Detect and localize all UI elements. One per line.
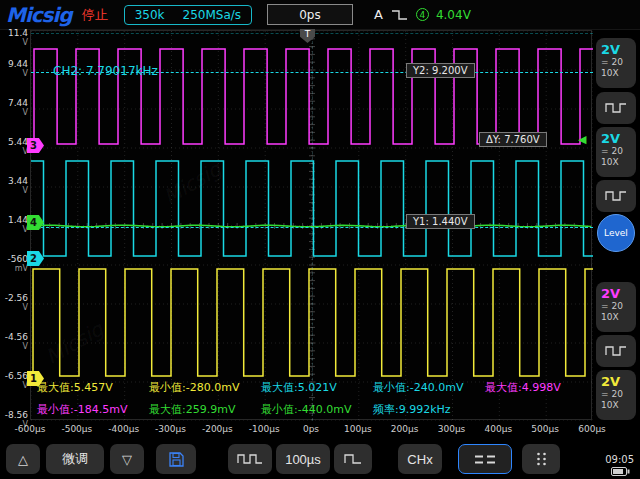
vertical-scale: 2V bbox=[601, 286, 631, 301]
trigger-source: A bbox=[374, 7, 383, 22]
time-label: -400µs bbox=[108, 424, 139, 434]
time-label: -600µs bbox=[15, 424, 46, 434]
channel-settings-box[interactable]: 2V= 2010X bbox=[596, 282, 636, 332]
coupling-bandwidth: = 20 bbox=[601, 146, 631, 157]
voltage-label: 1.44V bbox=[0, 216, 28, 234]
voltage-label: -4.56V bbox=[0, 333, 28, 351]
square-wave-icon bbox=[605, 101, 627, 115]
time-label: 300µs bbox=[438, 424, 466, 434]
bottom-toolbar: △ 微调 ▽ 100µs CHx bbox=[0, 440, 640, 479]
dashes-icon bbox=[473, 453, 497, 466]
vertical-scale: 2V bbox=[601, 42, 631, 57]
time-label: -500µs bbox=[61, 424, 92, 434]
cursor-y2-label[interactable]: Y2: 9.200V bbox=[406, 63, 475, 78]
falling-edge-icon bbox=[390, 8, 409, 22]
voltage-label: -2.56V bbox=[0, 294, 28, 312]
square-wave-icon bbox=[605, 344, 627, 358]
time-label: 500µs bbox=[531, 424, 559, 434]
voltage-label: 11.4V bbox=[0, 29, 28, 47]
measurement-value: 最小值:-280.0mV bbox=[149, 380, 261, 395]
clock: 09:05 bbox=[605, 454, 634, 465]
time-label: -200µs bbox=[202, 424, 233, 434]
coupling-bandwidth: = 20 bbox=[601, 389, 631, 400]
probe-ratio: 10X bbox=[601, 157, 631, 168]
voltage-label: -560mV bbox=[0, 255, 28, 273]
up-triangle-icon: △ bbox=[18, 452, 28, 467]
channel-select-button[interactable]: CHx bbox=[398, 444, 442, 474]
time-label: 600µs bbox=[578, 424, 606, 434]
measurement-value: 最小值:-184.5mV bbox=[37, 402, 149, 417]
battery-icon bbox=[611, 467, 630, 476]
memory-depth: 350k bbox=[135, 8, 165, 22]
voltage-label: -6.56V bbox=[0, 372, 28, 390]
trigger-level-value: 4.04V bbox=[436, 8, 471, 22]
measurement-value: 最大值:5.457V bbox=[37, 380, 149, 395]
time-label: 100µs bbox=[344, 424, 372, 434]
probe-ratio: 10X bbox=[601, 400, 631, 411]
measurement-value: 最大值:5.021V bbox=[261, 380, 373, 395]
waveform-type-button[interactable] bbox=[228, 444, 272, 474]
more-options-button[interactable] bbox=[522, 444, 560, 474]
time-label: 0ps bbox=[303, 424, 319, 434]
channel-settings-box[interactable]: 2V= 2010X bbox=[596, 370, 636, 420]
cursor-y1-line[interactable] bbox=[31, 227, 593, 228]
vertical-dots-icon bbox=[535, 451, 548, 467]
cursor-y1-label[interactable]: Y1: 1.440V bbox=[406, 214, 475, 229]
waveform-display[interactable]: Micsig Micsig CH2: 7.79017kHz Y2: 9.200V… bbox=[30, 30, 592, 420]
fine-tune-button[interactable]: 微调 bbox=[46, 444, 104, 474]
horizontal-offset-box[interactable]: 0ps bbox=[267, 4, 353, 25]
time-label: 400µs bbox=[485, 424, 513, 434]
brand-logo: Micsig bbox=[6, 3, 72, 27]
trigger-channel-badge: 4 bbox=[416, 8, 429, 21]
save-button[interactable] bbox=[156, 444, 196, 474]
timebase-value: 100µs bbox=[285, 452, 321, 467]
freq-counter: CH2: 7.79017kHz bbox=[53, 64, 158, 78]
voltage-label: 3.44V bbox=[0, 177, 28, 195]
sample-rate: 250MSa/s bbox=[183, 8, 242, 22]
square-wave-icon bbox=[605, 189, 627, 203]
nav-down-button[interactable]: ▽ bbox=[110, 444, 144, 474]
coupling-bandwidth: = 20 bbox=[601, 57, 631, 68]
measurement-value: 频率:9.992kHz bbox=[373, 402, 485, 417]
fine-tune-label: 微调 bbox=[62, 450, 88, 468]
vertical-scale: 2V bbox=[601, 374, 631, 389]
channel-settings-box[interactable]: 2V= 2010X bbox=[596, 38, 636, 88]
run-stop-status[interactable]: 停止 bbox=[82, 6, 108, 24]
oscilloscope-app: Micsig 停止 350k 250MSa/s 0ps A 4 4.04V T … bbox=[0, 0, 640, 479]
pulse-button[interactable] bbox=[334, 444, 372, 474]
cursor-dy-label: ΔY: 7.760V bbox=[479, 132, 547, 147]
trigger-position-line bbox=[312, 31, 313, 421]
chx-label: CHx bbox=[407, 452, 432, 467]
waveform-shortcut-box[interactable] bbox=[596, 180, 636, 212]
trigger-level-arrow[interactable]: ◀ bbox=[578, 134, 586, 145]
channel-settings-box[interactable]: 2V= 2010X bbox=[596, 127, 636, 177]
time-label: -300µs bbox=[155, 424, 186, 434]
probe-ratio: 10X bbox=[601, 312, 631, 323]
measurement-value: 最大值:259.9mV bbox=[149, 402, 261, 417]
menu-dashes-button[interactable] bbox=[458, 444, 512, 474]
waveform-shortcut-box[interactable] bbox=[596, 335, 636, 367]
measurements-row-2: 最小值:-184.5mV最大值:259.9mV最小值:-440.0mV频率:9.… bbox=[37, 402, 485, 417]
level-button[interactable]: Level bbox=[597, 214, 635, 252]
voltage-label: 5.44V bbox=[0, 138, 28, 156]
coupling-bandwidth: = 20 bbox=[601, 301, 631, 312]
top-bar: Micsig 停止 350k 250MSa/s 0ps A 4 4.04V bbox=[0, 0, 640, 30]
measurement-value: 最小值:-240.0mV bbox=[373, 380, 485, 395]
vertical-scale: 2V bbox=[601, 131, 631, 146]
down-triangle-icon: ▽ bbox=[122, 452, 132, 467]
measurement-value: 最大值:4.998V bbox=[485, 380, 597, 395]
horizontal-offset-value: 0ps bbox=[299, 8, 321, 22]
nav-up-button[interactable]: △ bbox=[6, 444, 40, 474]
voltage-label: 7.44V bbox=[0, 99, 28, 117]
measurements-row-1: 最大值:5.457V最小值:-280.0mV最大值:5.021V最小值:-240… bbox=[37, 380, 597, 395]
measurement-value: 最小值:-440.0mV bbox=[261, 402, 373, 417]
time-label: -100µs bbox=[249, 424, 280, 434]
waveform-shortcut-box[interactable] bbox=[596, 92, 636, 124]
acquisition-box[interactable]: 350k 250MSa/s bbox=[124, 5, 252, 25]
voltage-label: 9.44V bbox=[0, 60, 28, 78]
probe-ratio: 10X bbox=[601, 68, 631, 79]
time-label: 200µs bbox=[391, 424, 419, 434]
trigger-info[interactable]: A 4 4.04V bbox=[374, 7, 471, 22]
timebase-button[interactable]: 100µs bbox=[276, 444, 330, 474]
save-floppy-icon bbox=[168, 451, 185, 468]
